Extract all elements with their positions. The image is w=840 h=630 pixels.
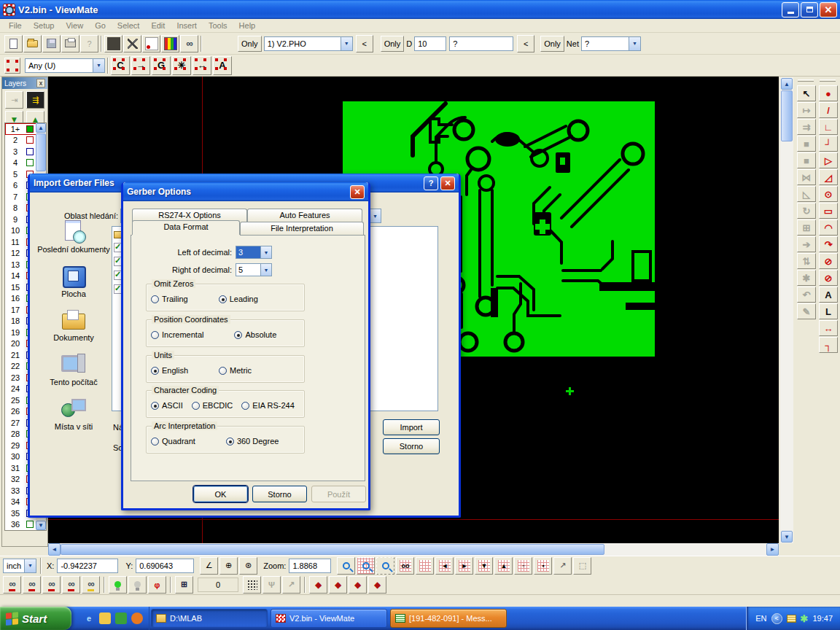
fill-polygon-button[interactable]: ■ (797, 136, 816, 152)
restore-button[interactable] (801, 2, 818, 18)
zoom-window-button[interactable] (376, 557, 394, 575)
measure-glasses-button[interactable]: ∞ (180, 35, 198, 52)
radio-360-degree[interactable]: 360 Degree (226, 437, 279, 446)
hide-icons-icon[interactable]: < (771, 613, 782, 624)
sidebar-item-desktop[interactable]: Plocha (37, 265, 110, 299)
pad-pattern-3-button[interactable]: ◆ (349, 576, 367, 594)
view-dcodes-button[interactable]: ∞ (3, 576, 21, 594)
horizontal-scroll-thumb[interactable] (61, 544, 604, 555)
chevron-down-icon[interactable]: ▼ (341, 37, 352, 50)
radio-icon[interactable] (151, 402, 159, 410)
clipboard-tray-icon[interactable] (787, 615, 796, 623)
scroll-up-icon[interactable]: ▲ (36, 123, 46, 133)
move-arrow-button[interactable]: → (131, 56, 150, 75)
chevron-down-icon[interactable]: ▼ (260, 264, 271, 276)
new-document-button[interactable] (4, 35, 23, 52)
menu-view[interactable]: View (60, 20, 89, 31)
radio-metric[interactable]: Metric (219, 366, 252, 375)
radio-absolute[interactable]: Absolute (234, 330, 276, 339)
close-icon[interactable]: x (36, 79, 45, 88)
aperture-grid-icon[interactable] (4, 58, 20, 74)
radio-leading[interactable]: Leading (219, 295, 258, 303)
undo-button[interactable]: ↶ (797, 287, 816, 303)
sidebar-item-my-computer[interactable]: Tento počítač (37, 353, 110, 387)
zoom-in-button[interactable] (337, 557, 355, 575)
shear-button[interactable]: ◺ (797, 186, 816, 202)
settings-gear-button[interactable]: ✱ (797, 270, 816, 286)
only-dcode-button[interactable]: Only (381, 36, 405, 52)
tab-data-format[interactable]: Data Format (132, 220, 240, 235)
draw-line-button[interactable]: / (819, 102, 838, 118)
minimize-button[interactable] (782, 2, 799, 18)
close-button[interactable]: ✕ (820, 2, 837, 18)
pad-pattern-2-button[interactable]: ◆ (329, 576, 347, 594)
tab-file-interpretation[interactable]: File Interpretation (240, 222, 364, 235)
menu-setup[interactable]: Setup (28, 20, 61, 31)
previous-layer-button[interactable]: < (356, 35, 373, 52)
ie-icon[interactable]: e (83, 612, 95, 624)
step-move-button[interactable]: ⇅ (797, 253, 816, 269)
draw-corner-button[interactable]: ┘ (819, 136, 838, 152)
pan-left-button[interactable]: ◄ (435, 557, 454, 575)
radio-ascii[interactable]: ASCII (151, 401, 183, 410)
right-of-decimal-combo[interactable]: 5 ▼ (236, 263, 272, 276)
view-traces-button[interactable]: ∞ (62, 576, 80, 594)
app-tray-icon[interactable]: ✱ (801, 613, 809, 624)
draw-circle-button[interactable]: ⊙ (819, 186, 838, 202)
radio-icon[interactable] (151, 331, 159, 339)
snap-corners-button[interactable]: ⊞ (797, 219, 816, 236)
language-indicator[interactable]: EN (755, 614, 766, 623)
start-button[interactable]: Start (0, 607, 71, 630)
pan-up-button[interactable]: ▲ (494, 557, 513, 575)
lamp-on-button[interactable] (109, 576, 127, 594)
folder-quick-icon[interactable] (99, 612, 111, 624)
layer-color-chip[interactable] (26, 521, 34, 528)
flash-button[interactable]: ✳ (172, 56, 191, 75)
layer-color-chip[interactable] (26, 125, 34, 133)
draw-triangle-button[interactable]: ◿ (819, 169, 838, 185)
c-code-button[interactable]: C (111, 56, 130, 75)
scroll-right-icon[interactable]: ► (766, 543, 779, 556)
zoom-value[interactable]: 1.8868 (289, 559, 331, 573)
chevron-down-icon[interactable]: ▼ (24, 559, 36, 572)
redraw-grid-button[interactable] (416, 557, 434, 575)
view-lines-button[interactable]: ∞ (23, 576, 41, 594)
sidebar-item-recent-documents[interactable]: Poslední dokumenty (37, 220, 110, 254)
g-code-button[interactable]: G (152, 56, 171, 75)
move-to-layer-icon[interactable]: ⇥ (5, 91, 23, 109)
menu-go[interactable]: Go (89, 20, 112, 31)
menu-edit[interactable]: Edit (145, 20, 171, 31)
help-button[interactable]: ? (424, 176, 438, 190)
chevron-down-icon[interactable]: ▼ (93, 59, 104, 72)
tools-button[interactable] (123, 35, 141, 52)
layers-panel-header[interactable]: Layers x (2, 77, 47, 89)
resize-window-button[interactable]: ↗ (553, 557, 572, 575)
only-layer-button[interactable]: Only (238, 36, 262, 52)
pad-pattern-4-button[interactable]: ◆ (368, 576, 386, 594)
angle-button[interactable]: ∠ (200, 557, 218, 575)
radio-icon[interactable] (192, 402, 200, 410)
birdseye-button[interactable]: oo (396, 557, 414, 575)
draw-rectangle-button[interactable]: ▭ (819, 203, 838, 219)
menu-help[interactable]: Help (233, 20, 262, 31)
firefox-icon[interactable] (131, 612, 143, 624)
scroll-down-icon[interactable]: ▼ (781, 531, 793, 542)
cancel-button[interactable]: Storno (383, 438, 440, 454)
only-net-button[interactable]: Only (540, 36, 564, 52)
pan-down-button[interactable]: ▼ (475, 557, 493, 575)
layer-combo[interactable]: 1) V2.PHO ▼ (264, 36, 353, 51)
radio-icon[interactable] (234, 331, 242, 339)
layer-color-chip[interactable] (26, 159, 34, 166)
draw-arc-button[interactable]: ↷ (819, 236, 838, 252)
lamp-off-button[interactable] (128, 576, 147, 594)
taskbar-task[interactable]: V2.bin - ViewMate (271, 609, 387, 628)
draw-polyline-button[interactable]: ∟ (819, 119, 838, 135)
step-small-button[interactable]: ▫ (514, 557, 532, 575)
draw-open-arc-button[interactable]: ▷ (819, 152, 838, 168)
layer-color-chip[interactable] (26, 136, 34, 144)
cancel-button[interactable]: Storno (252, 486, 307, 502)
scroll-up-icon[interactable]: ▲ (781, 78, 793, 90)
radio-english[interactable]: English (151, 366, 188, 375)
copy-to-layer-button[interactable]: ↦ (797, 102, 816, 118)
draw-sliver-button[interactable]: ⊘ (819, 270, 838, 286)
